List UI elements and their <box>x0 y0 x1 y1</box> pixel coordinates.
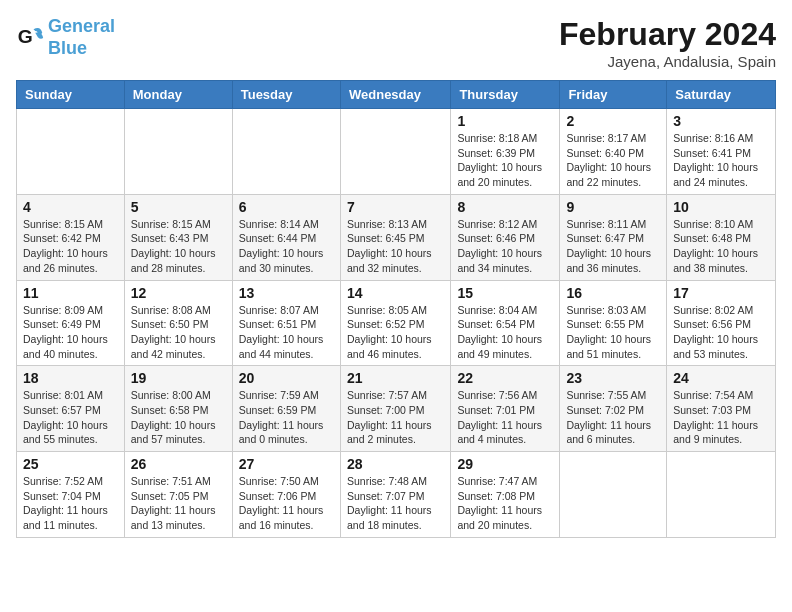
day-number: 6 <box>239 199 334 215</box>
calendar-cell: 4Sunrise: 8:15 AM Sunset: 6:42 PM Daylig… <box>17 194 125 280</box>
calendar-cell: 2Sunrise: 8:17 AM Sunset: 6:40 PM Daylig… <box>560 109 667 195</box>
calendar-cell: 18Sunrise: 8:01 AM Sunset: 6:57 PM Dayli… <box>17 366 125 452</box>
calendar-cell <box>667 452 776 538</box>
calendar-cell: 7Sunrise: 8:13 AM Sunset: 6:45 PM Daylig… <box>340 194 450 280</box>
day-info: Sunrise: 8:05 AM Sunset: 6:52 PM Dayligh… <box>347 303 444 362</box>
day-number: 23 <box>566 370 660 386</box>
calendar-cell: 1Sunrise: 8:18 AM Sunset: 6:39 PM Daylig… <box>451 109 560 195</box>
day-info: Sunrise: 8:11 AM Sunset: 6:47 PM Dayligh… <box>566 217 660 276</box>
day-number: 13 <box>239 285 334 301</box>
calendar-cell: 12Sunrise: 8:08 AM Sunset: 6:50 PM Dayli… <box>124 280 232 366</box>
day-number: 1 <box>457 113 553 129</box>
day-number: 15 <box>457 285 553 301</box>
day-info: Sunrise: 8:04 AM Sunset: 6:54 PM Dayligh… <box>457 303 553 362</box>
day-number: 16 <box>566 285 660 301</box>
month-year-title: February 2024 <box>559 16 776 53</box>
day-info: Sunrise: 7:51 AM Sunset: 7:05 PM Dayligh… <box>131 474 226 533</box>
day-info: Sunrise: 8:15 AM Sunset: 6:43 PM Dayligh… <box>131 217 226 276</box>
calendar-cell: 22Sunrise: 7:56 AM Sunset: 7:01 PM Dayli… <box>451 366 560 452</box>
calendar-cell: 9Sunrise: 8:11 AM Sunset: 6:47 PM Daylig… <box>560 194 667 280</box>
calendar-cell <box>560 452 667 538</box>
calendar-cell: 6Sunrise: 8:14 AM Sunset: 6:44 PM Daylig… <box>232 194 340 280</box>
day-number: 27 <box>239 456 334 472</box>
day-info: Sunrise: 7:54 AM Sunset: 7:03 PM Dayligh… <box>673 388 769 447</box>
calendar-week-row: 4Sunrise: 8:15 AM Sunset: 6:42 PM Daylig… <box>17 194 776 280</box>
day-number: 17 <box>673 285 769 301</box>
day-info: Sunrise: 8:01 AM Sunset: 6:57 PM Dayligh… <box>23 388 118 447</box>
calendar-cell: 3Sunrise: 8:16 AM Sunset: 6:41 PM Daylig… <box>667 109 776 195</box>
day-info: Sunrise: 7:56 AM Sunset: 7:01 PM Dayligh… <box>457 388 553 447</box>
day-info: Sunrise: 8:00 AM Sunset: 6:58 PM Dayligh… <box>131 388 226 447</box>
calendar-table: SundayMondayTuesdayWednesdayThursdayFrid… <box>16 80 776 538</box>
day-number: 20 <box>239 370 334 386</box>
calendar-cell: 17Sunrise: 8:02 AM Sunset: 6:56 PM Dayli… <box>667 280 776 366</box>
calendar-week-row: 25Sunrise: 7:52 AM Sunset: 7:04 PM Dayli… <box>17 452 776 538</box>
calendar-cell: 11Sunrise: 8:09 AM Sunset: 6:49 PM Dayli… <box>17 280 125 366</box>
calendar-cell: 20Sunrise: 7:59 AM Sunset: 6:59 PM Dayli… <box>232 366 340 452</box>
logo-general: General <box>48 16 115 36</box>
day-number: 8 <box>457 199 553 215</box>
calendar-week-row: 11Sunrise: 8:09 AM Sunset: 6:49 PM Dayli… <box>17 280 776 366</box>
calendar-cell: 28Sunrise: 7:48 AM Sunset: 7:07 PM Dayli… <box>340 452 450 538</box>
day-number: 9 <box>566 199 660 215</box>
day-info: Sunrise: 8:13 AM Sunset: 6:45 PM Dayligh… <box>347 217 444 276</box>
calendar-week-row: 1Sunrise: 8:18 AM Sunset: 6:39 PM Daylig… <box>17 109 776 195</box>
calendar-cell: 25Sunrise: 7:52 AM Sunset: 7:04 PM Dayli… <box>17 452 125 538</box>
logo-icon: G <box>16 24 44 52</box>
day-info: Sunrise: 8:18 AM Sunset: 6:39 PM Dayligh… <box>457 131 553 190</box>
day-number: 29 <box>457 456 553 472</box>
calendar-cell <box>232 109 340 195</box>
day-info: Sunrise: 8:09 AM Sunset: 6:49 PM Dayligh… <box>23 303 118 362</box>
logo-blue: Blue <box>48 38 87 58</box>
title-area: February 2024 Jayena, Andalusia, Spain <box>559 16 776 70</box>
calendar-cell: 5Sunrise: 8:15 AM Sunset: 6:43 PM Daylig… <box>124 194 232 280</box>
calendar-cell <box>124 109 232 195</box>
day-number: 11 <box>23 285 118 301</box>
day-number: 24 <box>673 370 769 386</box>
day-header-wednesday: Wednesday <box>340 81 450 109</box>
day-info: Sunrise: 7:57 AM Sunset: 7:00 PM Dayligh… <box>347 388 444 447</box>
day-number: 5 <box>131 199 226 215</box>
day-number: 18 <box>23 370 118 386</box>
day-info: Sunrise: 8:14 AM Sunset: 6:44 PM Dayligh… <box>239 217 334 276</box>
day-number: 25 <box>23 456 118 472</box>
logo: G General Blue <box>16 16 115 59</box>
day-number: 19 <box>131 370 226 386</box>
day-number: 2 <box>566 113 660 129</box>
day-info: Sunrise: 8:10 AM Sunset: 6:48 PM Dayligh… <box>673 217 769 276</box>
calendar-cell: 14Sunrise: 8:05 AM Sunset: 6:52 PM Dayli… <box>340 280 450 366</box>
calendar-cell: 10Sunrise: 8:10 AM Sunset: 6:48 PM Dayli… <box>667 194 776 280</box>
day-info: Sunrise: 8:12 AM Sunset: 6:46 PM Dayligh… <box>457 217 553 276</box>
day-number: 7 <box>347 199 444 215</box>
day-number: 14 <box>347 285 444 301</box>
day-info: Sunrise: 7:48 AM Sunset: 7:07 PM Dayligh… <box>347 474 444 533</box>
day-info: Sunrise: 8:02 AM Sunset: 6:56 PM Dayligh… <box>673 303 769 362</box>
day-header-tuesday: Tuesday <box>232 81 340 109</box>
day-header-saturday: Saturday <box>667 81 776 109</box>
calendar-cell <box>17 109 125 195</box>
day-info: Sunrise: 8:07 AM Sunset: 6:51 PM Dayligh… <box>239 303 334 362</box>
day-info: Sunrise: 8:08 AM Sunset: 6:50 PM Dayligh… <box>131 303 226 362</box>
day-number: 10 <box>673 199 769 215</box>
svg-text:G: G <box>18 26 33 47</box>
calendar-week-row: 18Sunrise: 8:01 AM Sunset: 6:57 PM Dayli… <box>17 366 776 452</box>
day-number: 12 <box>131 285 226 301</box>
day-header-sunday: Sunday <box>17 81 125 109</box>
page-header: G General Blue February 2024 Jayena, And… <box>16 16 776 70</box>
day-header-thursday: Thursday <box>451 81 560 109</box>
day-header-monday: Monday <box>124 81 232 109</box>
calendar-cell: 8Sunrise: 8:12 AM Sunset: 6:46 PM Daylig… <box>451 194 560 280</box>
calendar-cell: 13Sunrise: 8:07 AM Sunset: 6:51 PM Dayli… <box>232 280 340 366</box>
calendar-cell <box>340 109 450 195</box>
day-header-friday: Friday <box>560 81 667 109</box>
calendar-cell: 16Sunrise: 8:03 AM Sunset: 6:55 PM Dayli… <box>560 280 667 366</box>
day-info: Sunrise: 7:50 AM Sunset: 7:06 PM Dayligh… <box>239 474 334 533</box>
day-number: 4 <box>23 199 118 215</box>
calendar-cell: 27Sunrise: 7:50 AM Sunset: 7:06 PM Dayli… <box>232 452 340 538</box>
day-number: 26 <box>131 456 226 472</box>
day-number: 21 <box>347 370 444 386</box>
calendar-cell: 19Sunrise: 8:00 AM Sunset: 6:58 PM Dayli… <box>124 366 232 452</box>
calendar-cell: 15Sunrise: 8:04 AM Sunset: 6:54 PM Dayli… <box>451 280 560 366</box>
location-subtitle: Jayena, Andalusia, Spain <box>559 53 776 70</box>
calendar-cell: 24Sunrise: 7:54 AM Sunset: 7:03 PM Dayli… <box>667 366 776 452</box>
